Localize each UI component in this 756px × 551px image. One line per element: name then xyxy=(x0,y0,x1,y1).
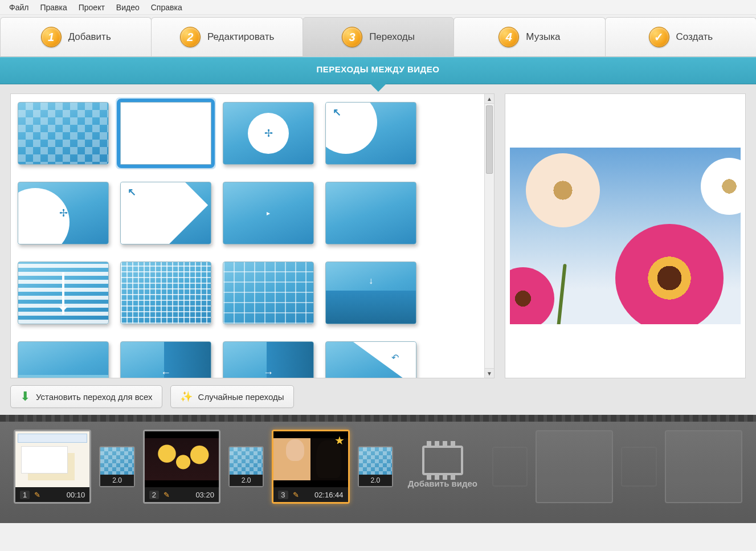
transition-thumb-icon xyxy=(100,447,133,475)
clip-thumbnail: ★ xyxy=(273,431,348,487)
timeline-transition[interactable]: 2.0 xyxy=(99,446,134,487)
menu-edit[interactable]: Правка xyxy=(34,1,72,14)
step-edit[interactable]: 2 Редактировать xyxy=(151,17,303,57)
transition-duration: 2.0 xyxy=(100,475,133,486)
clip-index: 1 xyxy=(20,491,30,499)
edit-pencil-icon[interactable]: ✎ xyxy=(293,491,299,499)
transition-item[interactable] xyxy=(325,262,416,324)
button-label: Установить переход для всех xyxy=(36,392,153,402)
step-label: Создать xyxy=(676,31,713,43)
transitions-scrollbar[interactable]: ▲ ▼ xyxy=(484,94,494,378)
transition-item[interactable] xyxy=(223,102,314,165)
preview-image xyxy=(510,148,741,324)
preview-panel xyxy=(505,93,746,378)
transition-item[interactable] xyxy=(325,341,416,378)
timeline-transition[interactable]: 2.0 xyxy=(228,446,264,487)
transition-item[interactable] xyxy=(325,182,416,244)
wizard-steps: 1 Добавить 2 Редактировать 3 Переходы 4 … xyxy=(0,15,756,57)
clip-infobar: 1 ✎ 00:10 xyxy=(15,487,89,502)
filmstrip-icon xyxy=(422,446,463,475)
menu-bar: Файл Правка Проект Видео Справка xyxy=(0,0,756,15)
menu-project[interactable]: Проект xyxy=(73,1,111,14)
timeline-clip[interactable]: 1 ✎ 00:10 xyxy=(14,430,91,504)
transition-actions: ⬇ Установить переход для всех ✨ Случайны… xyxy=(10,378,746,409)
transition-thumb-icon xyxy=(230,447,263,475)
clip-duration: 02:16:44 xyxy=(314,491,344,499)
transitions-grid xyxy=(15,99,489,378)
step-badge-check-icon: ✓ xyxy=(649,27,669,47)
timeline-clip[interactable]: 2 ✎ 03:20 xyxy=(143,430,220,504)
transition-item[interactable] xyxy=(120,102,211,165)
step-label: Переходы xyxy=(369,31,415,43)
add-video-label: Добавить видео xyxy=(408,479,477,488)
transition-item[interactable] xyxy=(120,182,211,244)
clip-thumbnail xyxy=(15,431,89,487)
step-transitions[interactable]: 3 Переходы xyxy=(303,17,454,57)
transition-item[interactable] xyxy=(18,102,109,165)
edit-pencil-icon[interactable]: ✎ xyxy=(34,491,40,499)
transition-item[interactable] xyxy=(223,182,314,244)
transition-item[interactable] xyxy=(223,341,314,378)
step-badge-1-icon: 1 xyxy=(41,27,62,47)
button-label: Случайные переходы xyxy=(198,392,284,402)
transition-item[interactable] xyxy=(120,341,211,378)
clip-duration: 00:10 xyxy=(67,491,85,499)
magic-wand-icon: ✨ xyxy=(180,390,193,403)
step-create[interactable]: ✓ Создать xyxy=(605,17,756,57)
favorite-star-icon: ★ xyxy=(334,434,345,447)
transition-item[interactable] xyxy=(325,102,416,165)
scroll-thumb[interactable] xyxy=(486,105,493,174)
transition-item[interactable] xyxy=(18,262,109,324)
flower-icon xyxy=(615,224,724,324)
step-badge-2-icon: 2 xyxy=(180,27,201,47)
transition-item[interactable] xyxy=(18,182,109,244)
timeline-placeholder-clip xyxy=(536,430,613,503)
section-banner: ПЕРЕХОДЫ МЕЖДУ ВИДЕО xyxy=(0,57,756,84)
step-add[interactable]: 1 Добавить xyxy=(0,17,152,57)
step-label: Добавить xyxy=(68,31,111,43)
timeline-placeholder-transition xyxy=(621,447,656,487)
add-video-button[interactable]: Добавить видео xyxy=(401,430,484,504)
transitions-panel: ▲ ▼ xyxy=(10,93,495,378)
timeline: 1 ✎ 00:10 2.0 2 ✎ 03:20 2.0 xyxy=(0,415,756,523)
transition-thumb-icon xyxy=(359,447,392,475)
step-label: Редактировать xyxy=(207,31,274,43)
menu-help[interactable]: Справка xyxy=(145,1,188,14)
clip-infobar: 3 ✎ 02:16:44 xyxy=(273,487,348,502)
clip-duration: 03:20 xyxy=(195,491,214,499)
step-music[interactable]: 4 Музыка xyxy=(453,17,605,57)
edit-pencil-icon[interactable]: ✎ xyxy=(164,491,170,499)
step-badge-3-icon: 3 xyxy=(342,27,362,47)
apply-all-button[interactable]: ⬇ Установить переход для всех xyxy=(10,385,162,408)
transition-item[interactable] xyxy=(223,262,314,324)
scroll-up-icon[interactable]: ▲ xyxy=(485,94,494,104)
transition-item[interactable] xyxy=(18,341,109,378)
clip-index: 2 xyxy=(149,491,159,499)
transition-duration: 2.0 xyxy=(359,475,392,486)
menu-video[interactable]: Видео xyxy=(111,1,145,14)
clip-thumbnail xyxy=(145,431,219,487)
timeline-placeholder-clip xyxy=(665,430,742,503)
clip-index: 3 xyxy=(278,491,288,499)
timeline-transition[interactable]: 2.0 xyxy=(358,446,393,487)
transition-duration: 2.0 xyxy=(230,475,263,486)
scroll-down-icon[interactable]: ▼ xyxy=(485,368,494,378)
random-transitions-button[interactable]: ✨ Случайные переходы xyxy=(170,385,294,408)
menu-file[interactable]: Файл xyxy=(3,1,34,14)
step-label: Музыка xyxy=(526,31,560,43)
download-arrow-icon: ⬇ xyxy=(20,393,30,401)
flower-icon xyxy=(526,153,600,227)
timeline-placeholder-transition xyxy=(492,447,528,487)
workspace: ▲ ▼ ⬇ Установить переход для в xyxy=(0,84,756,415)
transition-item[interactable] xyxy=(120,262,211,324)
clip-infobar: 2 ✎ 03:20 xyxy=(145,487,219,502)
timeline-clip[interactable]: ★ 3 ✎ 02:16:44 xyxy=(272,430,349,504)
step-badge-4-icon: 4 xyxy=(498,27,519,47)
